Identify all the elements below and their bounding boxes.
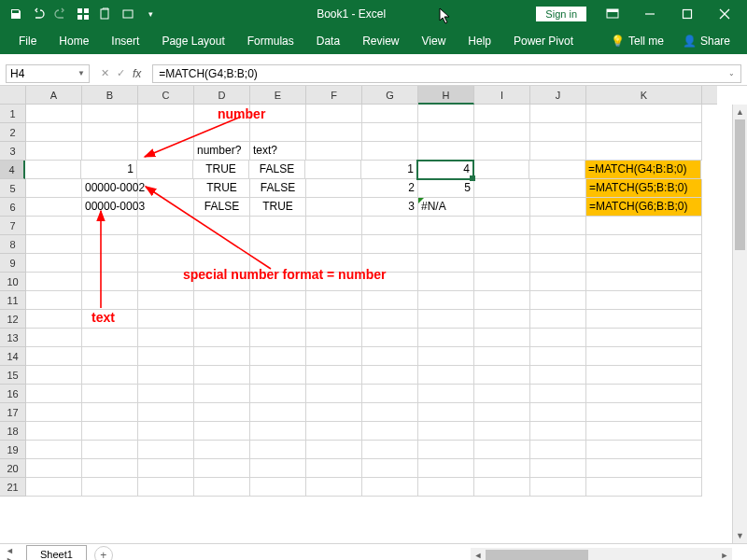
cell-K8[interactable] bbox=[586, 235, 702, 254]
tab-data[interactable]: Data bbox=[305, 28, 351, 54]
col-header-E[interactable]: E bbox=[250, 86, 306, 105]
cell-I13[interactable] bbox=[474, 329, 530, 347]
cell-B8[interactable] bbox=[82, 235, 138, 254]
cell-K9[interactable] bbox=[586, 254, 702, 273]
cell-E6[interactable]: TRUE bbox=[250, 198, 306, 217]
cell-K20[interactable] bbox=[586, 459, 702, 478]
tab-file[interactable]: File bbox=[7, 28, 48, 54]
cell-E11[interactable] bbox=[250, 291, 306, 310]
cell-K14[interactable] bbox=[586, 347, 702, 366]
expand-formula-icon[interactable]: ⌄ bbox=[728, 69, 735, 77]
cell-C10[interactable] bbox=[138, 273, 194, 291]
cell-B4[interactable]: 1 bbox=[81, 161, 137, 179]
col-header-B[interactable]: B bbox=[82, 86, 138, 105]
cell-D5[interactable]: TRUE bbox=[194, 179, 250, 198]
row-header-20[interactable]: 20 bbox=[0, 459, 26, 478]
cell-E3[interactable]: text? bbox=[250, 142, 306, 161]
cell-H14[interactable] bbox=[418, 347, 474, 366]
cell-B12[interactable] bbox=[82, 310, 138, 329]
cell-H15[interactable] bbox=[418, 366, 474, 385]
cell-I6[interactable] bbox=[474, 198, 530, 217]
col-header-H[interactable]: H bbox=[418, 86, 474, 105]
cell-K15[interactable] bbox=[586, 366, 702, 385]
qat-icon-3[interactable] bbox=[118, 4, 138, 24]
cell-F10[interactable] bbox=[306, 273, 362, 291]
scroll-down-icon[interactable]: ▼ bbox=[733, 528, 747, 543]
col-header-K[interactable]: K bbox=[586, 86, 702, 105]
scroll-up-icon[interactable]: ▲ bbox=[733, 105, 747, 119]
fill-handle[interactable] bbox=[470, 175, 475, 181]
col-header-J[interactable]: J bbox=[530, 86, 586, 105]
sheet-nav[interactable]: ◄ ► bbox=[0, 546, 26, 561]
col-header-A[interactable]: A bbox=[26, 86, 82, 105]
cell-K4[interactable]: =MATCH(G4;B:B;0) bbox=[585, 161, 701, 179]
cell-J2[interactable] bbox=[530, 123, 586, 142]
maximize-button[interactable] bbox=[669, 0, 706, 28]
cell-K12[interactable] bbox=[586, 310, 702, 329]
scroll-left-icon[interactable]: ◄ bbox=[471, 551, 486, 560]
cell-J15[interactable] bbox=[530, 366, 586, 385]
cell-B7[interactable] bbox=[82, 217, 138, 235]
tab-power-pivot[interactable]: Power Pivot bbox=[502, 28, 585, 54]
cell-H3[interactable] bbox=[418, 142, 474, 161]
col-header-C[interactable]: C bbox=[138, 86, 194, 105]
cell-G1[interactable] bbox=[362, 105, 418, 123]
row-header-12[interactable]: 12 bbox=[0, 310, 26, 329]
cell-J9[interactable] bbox=[530, 254, 586, 273]
cell-I17[interactable] bbox=[474, 403, 530, 422]
cell-A19[interactable] bbox=[26, 441, 82, 459]
tab-page-layout[interactable]: Page Layout bbox=[150, 28, 235, 54]
sheet-tab-1[interactable]: Sheet1 bbox=[26, 545, 87, 560]
enter-icon[interactable]: ✓ bbox=[117, 67, 125, 80]
cell-A15[interactable] bbox=[26, 366, 82, 385]
cell-A14[interactable] bbox=[26, 347, 82, 366]
cell-I8[interactable] bbox=[474, 235, 530, 254]
new-sheet-button[interactable]: + bbox=[94, 546, 113, 561]
cell-A21[interactable] bbox=[26, 478, 82, 497]
cell-J19[interactable] bbox=[530, 441, 586, 459]
tell-me-button[interactable]: 💡Tell me bbox=[601, 35, 673, 48]
cell-C14[interactable] bbox=[138, 347, 194, 366]
cell-K17[interactable] bbox=[586, 403, 702, 422]
cell-K19[interactable] bbox=[586, 441, 702, 459]
cell-G21[interactable] bbox=[362, 478, 418, 497]
cell-C13[interactable] bbox=[138, 329, 194, 347]
fx-icon[interactable]: fx bbox=[133, 67, 141, 80]
cell-G5[interactable]: 2 bbox=[362, 179, 418, 198]
cell-C17[interactable] bbox=[138, 403, 194, 422]
cell-F20[interactable] bbox=[306, 459, 362, 478]
row-header-1[interactable]: 1 bbox=[0, 105, 26, 123]
cell-H10[interactable] bbox=[418, 273, 474, 291]
row-header-9[interactable]: 9 bbox=[0, 254, 26, 273]
cell-J14[interactable] bbox=[530, 347, 586, 366]
cell-I2[interactable] bbox=[474, 123, 530, 142]
cell-G2[interactable] bbox=[362, 123, 418, 142]
cell-G8[interactable] bbox=[362, 235, 418, 254]
row-header-10[interactable]: 10 bbox=[0, 273, 26, 291]
cell-H16[interactable] bbox=[418, 385, 474, 403]
cell-I19[interactable] bbox=[474, 441, 530, 459]
cell-A1[interactable] bbox=[26, 105, 82, 123]
cell-E19[interactable] bbox=[250, 441, 306, 459]
cell-B6[interactable]: 00000-0003 bbox=[82, 198, 138, 217]
cell-H8[interactable] bbox=[418, 235, 474, 254]
cell-A3[interactable] bbox=[26, 142, 82, 161]
cell-D8[interactable] bbox=[194, 235, 250, 254]
cell-K21[interactable] bbox=[586, 478, 702, 497]
cell-J13[interactable] bbox=[530, 329, 586, 347]
cell-I16[interactable] bbox=[474, 385, 530, 403]
cell-C4[interactable] bbox=[137, 161, 193, 179]
cell-G20[interactable] bbox=[362, 459, 418, 478]
cell-H19[interactable] bbox=[418, 441, 474, 459]
cell-K3[interactable] bbox=[586, 142, 702, 161]
cell-F16[interactable] bbox=[306, 385, 362, 403]
cell-E13[interactable] bbox=[250, 329, 306, 347]
cell-F14[interactable] bbox=[306, 347, 362, 366]
cell-D14[interactable] bbox=[194, 347, 250, 366]
cell-G19[interactable] bbox=[362, 441, 418, 459]
cell-F6[interactable] bbox=[306, 198, 362, 217]
row-header-17[interactable]: 17 bbox=[0, 403, 26, 422]
cell-D2[interactable] bbox=[194, 123, 250, 142]
cell-K5[interactable]: =MATCH(G5;B:B;0) bbox=[586, 179, 702, 198]
cell-H1[interactable] bbox=[418, 105, 474, 123]
